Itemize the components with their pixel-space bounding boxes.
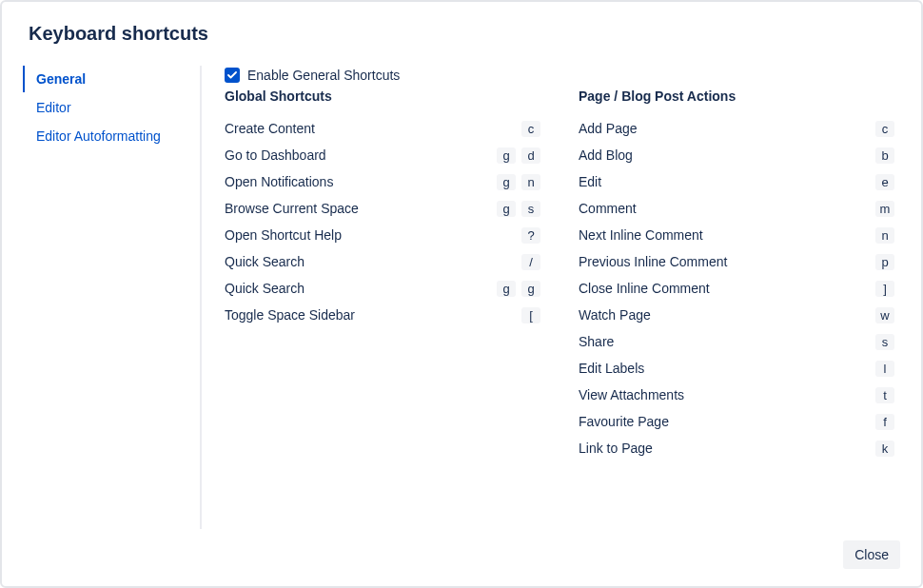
shortcut-keys: [ <box>521 307 540 323</box>
key: l <box>875 361 894 377</box>
key: n <box>521 174 540 190</box>
shortcut-row: Link to Pagek <box>579 439 894 458</box>
shortcut-label: Toggle Space Sidebar <box>225 307 355 323</box>
column-header: Global Shortcuts <box>225 87 540 104</box>
close-button[interactable]: Close <box>843 540 900 569</box>
shortcut-keys: m <box>875 201 894 217</box>
key: w <box>875 307 894 323</box>
shortcut-row: Watch Pagew <box>579 305 894 324</box>
key: d <box>521 147 540 164</box>
shortcut-label: Open Shortcut Help <box>225 227 342 243</box>
keyboard-shortcuts-dialog: Keyboard shortcuts GeneralEditorEditor A… <box>0 0 923 588</box>
shortcut-keys: c <box>875 121 894 137</box>
key: f <box>875 414 894 430</box>
shortcut-row: Go to Dashboardgd <box>225 146 540 165</box>
key: c <box>521 121 540 137</box>
key: / <box>521 254 540 270</box>
shortcut-keys: n <box>875 227 894 244</box>
shortcut-label: Comment <box>579 201 637 216</box>
key: g <box>497 281 516 297</box>
shortcut-label: Close Inline Comment <box>579 281 710 296</box>
shortcut-label: Create Content <box>225 121 315 136</box>
shortcut-keys: t <box>875 387 894 403</box>
shortcut-label: Quick Search <box>225 281 304 296</box>
shortcut-keys: gg <box>497 281 540 297</box>
shortcut-keys: f <box>875 414 894 430</box>
key: ? <box>521 227 540 244</box>
shortcut-row: Next Inline Commentn <box>579 225 894 245</box>
key: b <box>875 147 894 164</box>
enable-label: Enable General Shortcuts <box>247 68 400 83</box>
shortcut-keys: gd <box>497 147 540 164</box>
dialog-body: GeneralEditorEditor Autoformatting Enabl… <box>2 52 921 529</box>
shortcut-row: Add Blogb <box>579 146 894 165</box>
shortcut-keys: b <box>875 147 894 164</box>
shortcut-keys: c <box>521 121 540 137</box>
shortcut-row: Quick Search/ <box>225 252 540 271</box>
shortcut-keys: e <box>875 174 894 190</box>
shortcut-keys: s <box>875 334 894 350</box>
shortcut-label: Open Notifications <box>225 174 333 189</box>
key: n <box>875 227 894 244</box>
columns: Global ShortcutsCreate ContentcGo to Das… <box>225 87 894 465</box>
key: s <box>875 334 894 350</box>
shortcut-keys: k <box>875 441 894 457</box>
shortcut-row: Toggle Space Sidebar[ <box>225 305 540 324</box>
shortcut-label: Browse Current Space <box>225 201 359 216</box>
dialog-title: Keyboard shortcuts <box>29 23 894 45</box>
column-header: Page / Blog Post Actions <box>579 87 894 104</box>
shortcut-label: Next Inline Comment <box>579 227 703 243</box>
key: g <box>521 281 540 297</box>
shortcut-row: Commentm <box>579 199 894 218</box>
key: g <box>497 147 516 164</box>
content: Enable General Shortcuts Global Shortcut… <box>202 66 894 529</box>
shortcut-keys: w <box>875 307 894 323</box>
shortcut-label: Link to Page <box>579 441 653 456</box>
shortcut-row: View Attachmentst <box>579 385 894 404</box>
shortcut-row: Create Contentc <box>225 119 540 138</box>
key: p <box>875 254 894 270</box>
shortcut-label: Quick Search <box>225 254 304 269</box>
key: t <box>875 387 894 403</box>
shortcut-label: Share <box>579 334 614 349</box>
key: g <box>497 201 516 217</box>
shortcut-row: Shares <box>579 332 894 351</box>
tab-item[interactable]: Editor Autoformatting <box>23 123 196 149</box>
shortcut-label: Edit Labels <box>579 361 644 376</box>
shortcut-column: Page / Blog Post ActionsAdd PagecAdd Blo… <box>579 87 894 465</box>
tabs: GeneralEditorEditor Autoformatting <box>23 66 202 529</box>
dialog-header: Keyboard shortcuts <box>2 2 921 52</box>
shortcut-keys: / <box>521 254 540 270</box>
shortcut-label: Favourite Page <box>579 414 669 429</box>
tab-item[interactable]: General <box>23 66 196 92</box>
shortcut-keys: ] <box>875 281 894 297</box>
key: s <box>521 201 540 217</box>
tab-item[interactable]: Editor <box>23 94 196 121</box>
shortcut-row: Add Pagec <box>579 119 894 138</box>
shortcut-keys: p <box>875 254 894 270</box>
shortcut-keys: l <box>875 361 894 377</box>
shortcut-label: Go to Dashboard <box>225 147 326 163</box>
enable-row: Enable General Shortcuts <box>225 68 894 83</box>
shortcut-row: Quick Searchgg <box>225 279 540 298</box>
shortcut-row: Favourite Pagef <box>579 412 894 431</box>
shortcut-label: Edit <box>579 174 601 189</box>
key: c <box>875 121 894 137</box>
check-icon <box>227 71 237 79</box>
shortcut-row: Open Notificationsgn <box>225 172 540 191</box>
shortcut-row: Edit Labelsl <box>579 359 894 378</box>
key: ] <box>875 281 894 297</box>
shortcut-label: Watch Page <box>579 307 651 323</box>
enable-checkbox[interactable] <box>225 68 240 83</box>
shortcut-row: Open Shortcut Help? <box>225 225 540 245</box>
key: k <box>875 441 894 457</box>
shortcut-column: Global ShortcutsCreate ContentcGo to Das… <box>225 87 540 465</box>
key: e <box>875 174 894 190</box>
shortcut-keys: gs <box>497 201 540 217</box>
shortcut-label: Previous Inline Comment <box>579 254 727 269</box>
shortcut-label: Add Page <box>579 121 638 136</box>
key: [ <box>521 307 540 323</box>
shortcut-row: Previous Inline Commentp <box>579 252 894 271</box>
dialog-footer: Close <box>2 529 921 586</box>
shortcut-row: Edite <box>579 172 894 191</box>
